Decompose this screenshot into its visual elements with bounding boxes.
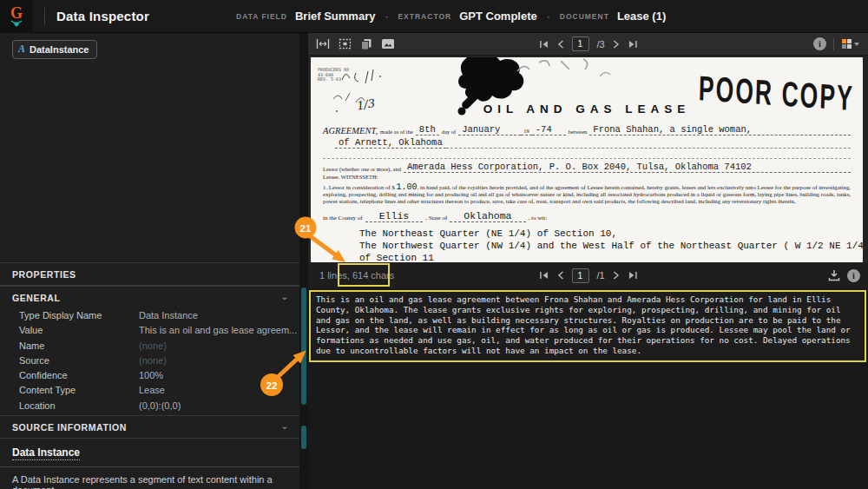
property-value: 100% [139,368,163,383]
property-row: Content Type Lease [0,383,299,398]
page-number-input[interactable]: 1 [571,36,589,51]
form-print: 19 [521,128,532,135]
ruled-line [446,140,851,149]
legal-description: The Northeast Quarter (NE 1/4) of Sectio… [359,228,851,262]
document-label: DOCUMENT [560,12,609,21]
next-page-button[interactable] [613,271,620,280]
legal-line: The Northeast Quarter (NE 1/4) of Sectio… [359,228,851,240]
agreement-word: AGREEMENT, [323,126,378,135]
document-value[interactable]: Lease (1) [617,10,666,23]
app-header: G Data Inspector DATA FIELD Brief Summar… [0,0,868,33]
viewer-toolbar: 1 /3 i [308,33,868,56]
panel-gutter [299,33,308,489]
typed-month: January [458,124,521,135]
form-print: 1. Lessor in consideration of $ [323,184,395,190]
form-print: , State of [423,215,450,222]
attribute-icon: A [18,43,25,56]
region-select-icon[interactable] [339,38,352,50]
typed-day: 8th [416,124,439,135]
scroll-marker[interactable] [301,426,306,449]
property-value: Lease [139,383,165,398]
properties-header: PROPERTIES [0,262,299,286]
typed-lessor-address: of Arnett, Oklahoma [335,137,446,149]
property-row: Location (0,0):(0,0) [0,399,299,413]
property-label: Confidence [19,370,68,380]
summary-text-region[interactable]: This is an oil and gas lease agreement b… [309,290,866,362]
first-page-button[interactable] [538,40,549,49]
image-view-icon[interactable] [381,38,395,50]
form-print: made as of the [378,129,416,135]
property-label: Value [19,325,43,335]
document-body: AGREEMENT, made as of the 8th day of Jan… [311,124,863,262]
info-icon[interactable]: i [813,37,826,50]
source-information-header[interactable]: SOURCE INFORMATION ⌄ [0,415,299,439]
general-section-header[interactable]: GENERAL ⌄ [0,286,299,308]
scanned-document-page[interactable]: PRODUCERS 88 43-640 REV. 5-63 1/3 [311,57,863,262]
typed-year: -74 [532,124,566,135]
property-value: This is an oil and gas lease agreem... [139,323,297,338]
property-label: Content Type [19,385,76,395]
property-row: Confidence 100% [0,368,299,383]
data-field-value[interactable]: Brief Summary [295,10,375,23]
handwriting-marks [330,66,425,118]
page-total: /3 [596,39,604,50]
info-icon[interactable]: i [847,269,860,282]
legal-line: The Northwest Quarter (NW 1/4) and the W… [359,240,851,252]
property-label: Type Display Name [19,310,102,320]
viewer-tools [308,38,395,50]
document-canvas[interactable]: PRODUCERS 88 43-640 REV. 5-63 1/3 [308,56,868,262]
data-instance-chip[interactable]: A DataInstance [12,40,97,59]
typed-lessee-value: Amerada Hess Corporation, P. O. Box 2040… [404,162,851,173]
last-page-button[interactable] [628,40,638,49]
chip-label: DataInstance [30,44,89,55]
page-total: /1 [596,270,604,281]
line-char-count: 1 lines, 614 chars [308,270,394,281]
chevron-down-icon[interactable]: ⌄ [280,291,289,302]
data-instance-link[interactable]: Data Instance [12,446,80,460]
main-layout: A DataInstance PROPERTIES GENERAL ⌄ Type… [0,33,868,489]
property-row: Value This is an oil and gas lease agree… [0,323,299,338]
scroll-marker[interactable] [301,287,306,405]
typed-county: Ellis [365,210,424,222]
general-title: GENERAL [12,293,61,303]
properties-sidebar: A DataInstance PROPERTIES GENERAL ⌄ Type… [0,33,299,489]
property-value: Data Instance [139,308,198,323]
data-inspector-app: G Data Inspector DATA FIELD Brief Summar… [0,0,868,489]
property-row: Name (none) [0,339,299,354]
typed-lessor-name: Frona Shahan, a single woman, [589,124,851,135]
property-label: Location [19,400,56,411]
chevron-down-icon[interactable]: ⌄ [280,420,289,432]
form-print: Lessee. WITNESSETH: [323,174,380,181]
property-value: (0,0):(0,0) [139,399,181,413]
ink-blot [413,57,630,119]
next-page-button[interactable] [613,40,620,49]
display-options-icon[interactable] [841,38,860,50]
page-pagination-top: 1 /3 [538,36,637,51]
app-logo[interactable]: G [0,0,33,33]
separator-dot: · [547,10,550,23]
form-print: between [566,129,590,135]
text-stats-bar: 1 lines, 614 chars 1 /1 [308,262,868,288]
properties-section: PROPERTIES GENERAL ⌄ Type Display Name D… [0,262,299,489]
form-print: , to wit: [526,215,550,222]
download-icon[interactable] [828,269,840,281]
extracted-text-panel: This is an oil and gas lease agreement b… [308,288,868,489]
last-page-button[interactable] [628,271,638,280]
first-page-button[interactable] [538,271,549,280]
data-instance-description: A Data Instance represents a segment of … [0,467,299,489]
extractor-value[interactable]: GPT Complete [459,10,537,23]
form-print: day of [439,129,458,135]
property-label: Name [19,340,44,351]
previous-page-button[interactable] [556,271,563,280]
viewer-toolbar-right: i [813,37,868,50]
logo-teal-mark-icon [10,20,23,27]
property-row: Source (none) [0,354,299,368]
copy-pages-icon[interactable] [360,38,372,50]
form-print: Lessor (whether one or more), and [323,166,404,173]
ruled-line [323,151,851,159]
property-label: Source [19,355,49,366]
header-context-fields: DATA FIELD Brief Summary · EXTRACTOR GPT… [236,10,666,23]
previous-page-button[interactable] [556,40,563,49]
page-number-input[interactable]: 1 [571,268,589,283]
fit-width-icon[interactable] [316,38,330,50]
